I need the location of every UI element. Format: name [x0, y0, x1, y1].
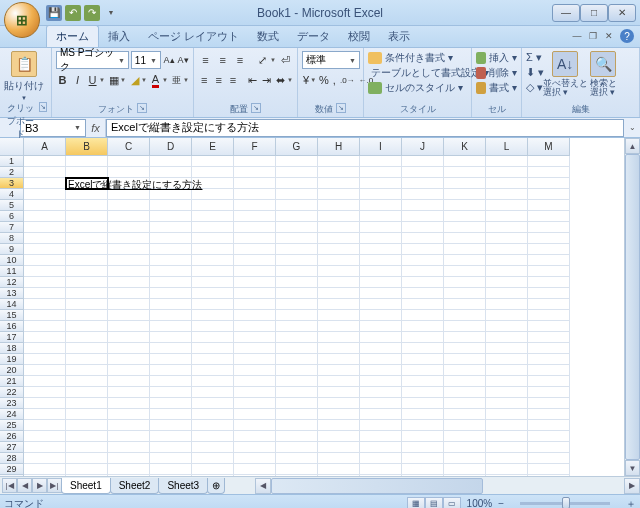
fill-button[interactable]: ⬇ ▾ — [526, 66, 544, 79]
cell-M3[interactable] — [528, 178, 570, 189]
cell-D17[interactable] — [150, 332, 192, 343]
row-header-15[interactable]: 15 — [0, 310, 24, 321]
cell-L30[interactable] — [486, 475, 528, 476]
cell-A5[interactable] — [24, 200, 66, 211]
cell-L13[interactable] — [486, 288, 528, 299]
cell-F7[interactable] — [234, 222, 276, 233]
cell-D4[interactable] — [150, 189, 192, 200]
cell-D23[interactable] — [150, 398, 192, 409]
font-launcher[interactable]: ↘ — [137, 103, 147, 113]
cell-M9[interactable] — [528, 244, 570, 255]
cell-H23[interactable] — [318, 398, 360, 409]
cell-D9[interactable] — [150, 244, 192, 255]
cell-I11[interactable] — [360, 266, 402, 277]
indent-inc-button[interactable]: ⇥ — [260, 71, 272, 89]
cell-A23[interactable] — [24, 398, 66, 409]
cell-F13[interactable] — [234, 288, 276, 299]
row-header-21[interactable]: 21 — [0, 376, 24, 387]
cell-K4[interactable] — [444, 189, 486, 200]
cell-E25[interactable] — [192, 420, 234, 431]
font-name-combo[interactable]: MS Pゴシック▼ — [56, 51, 129, 69]
clear-button[interactable]: ◇ ▾ — [526, 81, 544, 94]
cell-F1[interactable] — [234, 156, 276, 167]
align-right-button[interactable]: ≡ — [227, 71, 239, 89]
cell-M21[interactable] — [528, 376, 570, 387]
row-header-27[interactable]: 27 — [0, 442, 24, 453]
cell-D24[interactable] — [150, 409, 192, 420]
cell-M30[interactable] — [528, 475, 570, 476]
sheet-nav-first[interactable]: |◀ — [2, 478, 17, 493]
cell-E9[interactable] — [192, 244, 234, 255]
cell-H27[interactable] — [318, 442, 360, 453]
cell-H28[interactable] — [318, 453, 360, 464]
cell-G14[interactable] — [276, 299, 318, 310]
cell-I25[interactable] — [360, 420, 402, 431]
cell-L17[interactable] — [486, 332, 528, 343]
find-select-button[interactable]: 🔍 検索と 選択 ▾ — [586, 51, 620, 97]
cell-I6[interactable] — [360, 211, 402, 222]
cell-A29[interactable] — [24, 464, 66, 475]
cell-C12[interactable] — [108, 277, 150, 288]
cell-D15[interactable] — [150, 310, 192, 321]
cell-K10[interactable] — [444, 255, 486, 266]
cell-J19[interactable] — [402, 354, 444, 365]
cell-E10[interactable] — [192, 255, 234, 266]
cell-E4[interactable] — [192, 189, 234, 200]
cell-K24[interactable] — [444, 409, 486, 420]
cell-A13[interactable] — [24, 288, 66, 299]
cell-M23[interactable] — [528, 398, 570, 409]
cell-I14[interactable] — [360, 299, 402, 310]
cell-B9[interactable] — [66, 244, 108, 255]
view-break-button[interactable]: ▭ — [443, 497, 461, 509]
row-header-6[interactable]: 6 — [0, 211, 24, 222]
cell-G30[interactable] — [276, 475, 318, 476]
cell-K18[interactable] — [444, 343, 486, 354]
vscroll-thumb[interactable] — [625, 154, 640, 460]
cell-D19[interactable] — [150, 354, 192, 365]
cell-K17[interactable] — [444, 332, 486, 343]
row-header-11[interactable]: 11 — [0, 266, 24, 277]
cell-A12[interactable] — [24, 277, 66, 288]
cell-C16[interactable] — [108, 321, 150, 332]
cell-I22[interactable] — [360, 387, 402, 398]
help-icon[interactable]: ? — [620, 29, 634, 43]
cell-A21[interactable] — [24, 376, 66, 387]
cell-E15[interactable] — [192, 310, 234, 321]
cell-M11[interactable] — [528, 266, 570, 277]
cell-G19[interactable] — [276, 354, 318, 365]
cell-L27[interactable] — [486, 442, 528, 453]
cell-F28[interactable] — [234, 453, 276, 464]
cell-C1[interactable] — [108, 156, 150, 167]
indent-dec-button[interactable]: ⇤ — [246, 71, 258, 89]
cell-C11[interactable] — [108, 266, 150, 277]
row-header-3[interactable]: 3 — [0, 178, 24, 189]
cell-M12[interactable] — [528, 277, 570, 288]
cell-G28[interactable] — [276, 453, 318, 464]
zoom-in-button[interactable]: ＋ — [626, 497, 636, 509]
cell-G13[interactable] — [276, 288, 318, 299]
cell-F30[interactable] — [234, 475, 276, 476]
cell-E14[interactable] — [192, 299, 234, 310]
cell-K9[interactable] — [444, 244, 486, 255]
cell-K2[interactable] — [444, 167, 486, 178]
select-all-button[interactable] — [0, 138, 24, 156]
cell-A4[interactable] — [24, 189, 66, 200]
cell-K13[interactable] — [444, 288, 486, 299]
tab-data[interactable]: データ — [288, 26, 339, 47]
cell-G2[interactable] — [276, 167, 318, 178]
mdi-restore-button[interactable]: ❐ — [586, 30, 600, 42]
cell-L14[interactable] — [486, 299, 528, 310]
cell-A9[interactable] — [24, 244, 66, 255]
cell-C26[interactable] — [108, 431, 150, 442]
cell-J2[interactable] — [402, 167, 444, 178]
cell-styles-button[interactable]: セルのスタイル ▾ — [368, 81, 467, 95]
inc-decimal-button[interactable]: .0→ — [339, 71, 356, 89]
number-launcher[interactable]: ↘ — [336, 103, 346, 113]
align-bottom-button[interactable]: ≡ — [232, 51, 247, 69]
cell-E22[interactable] — [192, 387, 234, 398]
cell-H3[interactable] — [318, 178, 360, 189]
cell-F12[interactable] — [234, 277, 276, 288]
undo-icon[interactable]: ↶ — [65, 5, 81, 21]
cell-I24[interactable] — [360, 409, 402, 420]
cell-B15[interactable] — [66, 310, 108, 321]
